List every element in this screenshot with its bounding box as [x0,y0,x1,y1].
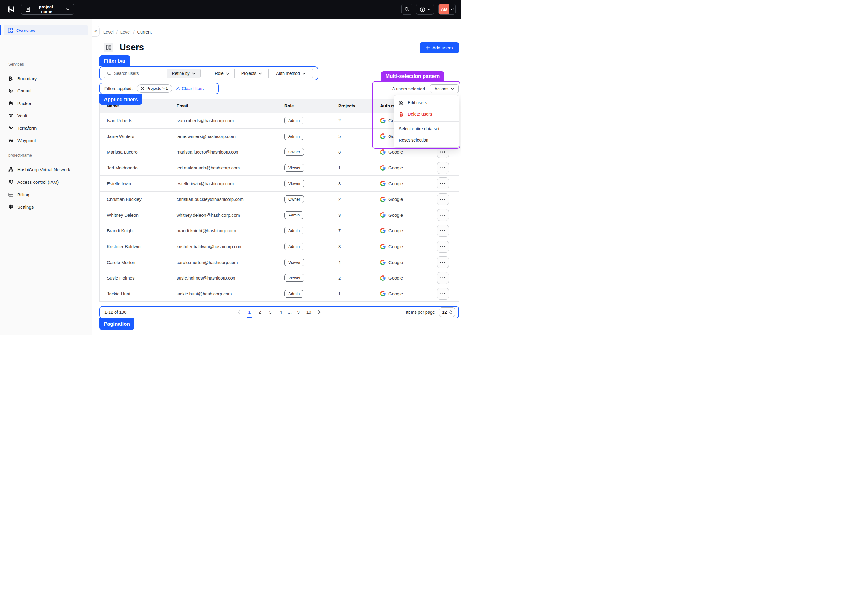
table-row: Jackie Hunt jackie.hunt@hashicorp.com Ad… [100,286,459,302]
actions-dropdown-menu: Edit users Delete users Select entire da… [394,95,459,148]
sidebar-item-label: Billing [17,192,29,197]
table-row: Estelle Irwin estelle.irwin@hashicorp.co… [100,176,459,192]
breadcrumb-level-1[interactable]: Level [103,30,114,35]
google-icon [380,134,386,139]
chevron-down-icon [451,8,454,11]
project-switcher[interactable]: project-name [21,4,74,15]
cell-auth-method: Google [388,244,403,249]
sidebar-item-terraform[interactable]: Terraform [5,123,88,133]
help-menu-button[interactable] [416,4,434,15]
menu-item-label: Delete users [408,112,432,116]
overview-grid-icon [8,28,13,33]
pagination-page-3[interactable]: 3 [266,308,274,316]
menu-item-reset-selection[interactable]: Reset selection [394,134,459,146]
refine-by-button[interactable]: Refine by [167,69,201,78]
dismiss-icon[interactable] [141,87,144,90]
row-actions-button[interactable] [437,193,449,205]
sidebar-item-waypoint[interactable]: Waypoint [5,135,88,145]
row-actions-button[interactable] [437,178,449,190]
packer-icon [8,101,14,106]
chevron-down-icon [259,72,262,74]
row-actions-button[interactable] [437,209,449,221]
cell-email: christian.buckley@hashicorp.com [170,191,277,207]
add-users-button[interactable]: Add users [420,42,459,53]
global-search-button[interactable] [401,4,413,15]
cell-auth-method: Google [388,228,403,233]
auth-method-filter-dropdown[interactable]: Auth method [268,69,313,78]
row-actions-button[interactable] [437,272,449,284]
filters-applied-label: Filters applied: [104,86,133,91]
sidebar-item-billing[interactable]: Billing [5,190,88,200]
pagination-page-9[interactable]: 9 [295,308,302,316]
menu-item-label: Select entire data set [399,126,440,131]
user-menu-button[interactable]: AB [438,4,455,15]
sidebar-item-consul[interactable]: Consul [5,86,88,96]
role-filter-dropdown[interactable]: Role [210,69,234,78]
breadcrumb-level-2[interactable]: Level [120,30,131,35]
sidebar-item-hvn[interactable]: HashiCorp Virtual Network [5,165,88,174]
pagination-page-4[interactable]: 4 [277,308,285,316]
help-icon [420,6,426,12]
table-row: Brandi Knight brandi.knight@hashicorp.co… [100,223,459,239]
column-header-projects[interactable]: Projects [331,99,373,113]
pagination-bar: 1-12 of 100 1 2 3 4 … 9 10 Items per pag… [99,306,459,319]
table-row: Jed Maldonado jed.maldonado@hashicorp.co… [100,160,459,176]
column-header-email[interactable]: Email [170,99,277,113]
cell-email: estelle.irwin@hashicorp.com [170,176,277,192]
items-per-page-stepper[interactable]: 12 [439,307,455,317]
cell-email: jackie.hunt@hashicorp.com [170,286,277,302]
role-badge: Admin [284,133,303,140]
row-actions-button[interactable] [437,225,449,237]
row-actions-button[interactable] [437,162,449,174]
pagination-page-10[interactable]: 10 [305,308,313,316]
gear-icon [8,204,14,209]
boundary-icon [8,76,14,81]
sidebar-item-boundary[interactable]: Boundary [5,74,88,83]
filter-chip-label: Projects > 1 [146,86,168,91]
column-header-role[interactable]: Role [277,99,331,113]
items-per-page-value: 12 [442,310,447,314]
sidebar-collapse-button[interactable]: « [92,26,100,36]
menu-item-edit-users[interactable]: Edit users [394,97,459,108]
row-actions-button[interactable] [437,288,449,300]
filter-chip-projects[interactable]: Projects > 1 [137,85,172,93]
sidebar-item-vault[interactable]: Vault [5,111,88,120]
pagination-ellipsis: … [287,310,292,314]
credit-card-icon [8,192,14,197]
row-actions-button[interactable] [437,256,449,268]
chevron-down-icon [66,8,70,11]
search-users-field[interactable] [104,69,167,78]
pagination-page-1[interactable]: 1 [245,308,253,316]
sidebar-item-settings[interactable]: Settings [5,202,88,212]
cell-projects: 1 [331,286,373,302]
actions-button[interactable]: Actions [430,85,458,93]
menu-item-select-entire-data-set[interactable]: Select entire data set [394,123,459,134]
projects-filter-dropdown[interactable]: Projects [234,69,268,78]
cell-projects: 8 [331,144,373,160]
terraform-icon [8,126,14,130]
menu-item-delete-users[interactable]: Delete users [394,108,459,120]
page-title-icon [104,42,113,52]
row-actions-button[interactable] [437,146,449,158]
cell-name: Carole Morton [100,255,170,270]
cell-name: Estelle Irwin [100,176,170,192]
sidebar-item-packer[interactable]: Packer [5,99,88,108]
pagination-page-2[interactable]: 2 [256,308,264,316]
google-icon [380,165,386,171]
hashicorp-logo-icon [6,5,16,14]
refine-by-label: Refine by [172,71,190,76]
pagination-next-button[interactable] [316,308,323,316]
sidebar-item-access-control[interactable]: Access control (IAM) [5,177,88,187]
cell-email: kristofer.baldwin@hashicorp.com [170,239,277,255]
applied-filters-row: Filters applied: Projects > 1 Clear filt… [104,83,204,94]
project-switcher-label: project-name [33,5,60,14]
sidebar: Overview Services Boundary Consul [0,19,92,335]
pagination-prev-button[interactable] [235,308,243,316]
sidebar-item-overview[interactable]: Overview [3,25,88,35]
row-actions-button[interactable] [437,240,449,253]
breadcrumb: Level / Level / Current [103,30,152,35]
sidebar-item-label: Boundary [17,76,36,81]
clear-filters-link[interactable]: Clear filters [176,86,204,91]
annotation-filter-bar: Filter bar [99,55,130,66]
search-users-input[interactable] [114,71,159,76]
